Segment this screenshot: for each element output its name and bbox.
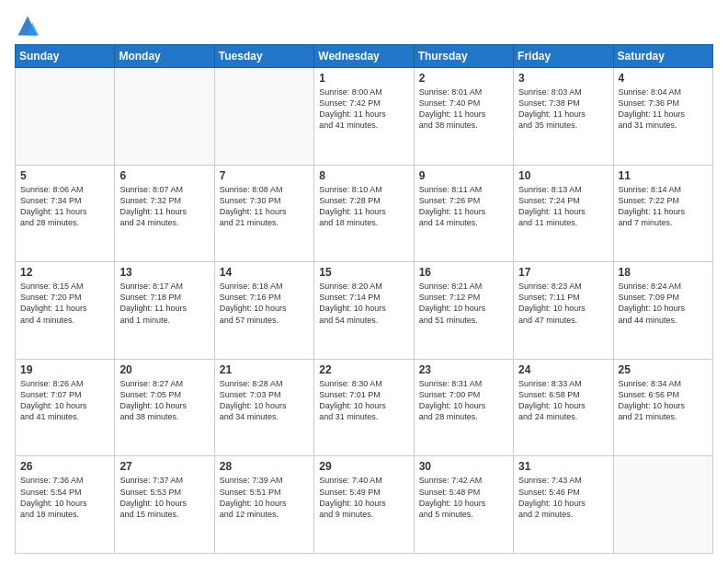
day-number: 15	[319, 266, 408, 279]
weekday-header-monday: Monday	[115, 45, 214, 68]
day-cell: 14Sunrise: 8:18 AM Sunset: 7:16 PM Dayli…	[214, 262, 313, 360]
day-cell	[16, 68, 115, 166]
day-info: Sunrise: 7:40 AM Sunset: 5:49 PM Dayligh…	[319, 475, 408, 520]
day-cell: 13Sunrise: 8:17 AM Sunset: 7:18 PM Dayli…	[115, 262, 214, 360]
day-number: 23	[419, 363, 508, 376]
day-number: 18	[619, 266, 708, 279]
day-number: 1	[319, 72, 408, 85]
day-number: 13	[119, 266, 209, 279]
day-number: 19	[20, 363, 109, 376]
day-number: 27	[119, 460, 209, 473]
day-number: 4	[619, 72, 708, 85]
day-info: Sunrise: 8:24 AM Sunset: 7:09 PM Dayligh…	[619, 281, 708, 326]
day-number: 6	[119, 169, 209, 182]
week-row-3: 19Sunrise: 8:26 AM Sunset: 7:07 PM Dayli…	[16, 359, 713, 456]
day-number: 3	[518, 72, 608, 85]
day-info: Sunrise: 7:39 AM Sunset: 5:51 PM Dayligh…	[220, 475, 309, 520]
day-cell: 16Sunrise: 8:21 AM Sunset: 7:12 PM Dayli…	[414, 262, 513, 360]
day-cell: 4Sunrise: 8:04 AM Sunset: 7:36 PM Daylig…	[613, 68, 712, 166]
day-number: 2	[419, 72, 508, 85]
day-info: Sunrise: 8:26 AM Sunset: 7:07 PM Dayligh…	[20, 378, 109, 423]
day-number: 24	[518, 363, 608, 376]
day-info: Sunrise: 8:06 AM Sunset: 7:34 PM Dayligh…	[20, 184, 109, 229]
day-info: Sunrise: 8:27 AM Sunset: 7:05 PM Dayligh…	[119, 378, 209, 423]
day-cell: 26Sunrise: 7:36 AM Sunset: 5:54 PM Dayli…	[16, 456, 115, 554]
weekday-header-friday: Friday	[514, 45, 613, 68]
week-row-1: 5Sunrise: 8:06 AM Sunset: 7:34 PM Daylig…	[16, 165, 713, 262]
day-cell: 10Sunrise: 8:13 AM Sunset: 7:24 PM Dayli…	[514, 165, 613, 262]
day-cell: 8Sunrise: 8:10 AM Sunset: 7:28 PM Daylig…	[314, 165, 414, 262]
day-cell	[214, 68, 313, 166]
day-cell: 6Sunrise: 8:07 AM Sunset: 7:32 PM Daylig…	[115, 165, 214, 262]
day-number: 25	[619, 363, 708, 376]
day-info: Sunrise: 8:31 AM Sunset: 7:00 PM Dayligh…	[419, 378, 508, 423]
day-cell: 27Sunrise: 7:37 AM Sunset: 5:53 PM Dayli…	[115, 456, 214, 554]
day-cell: 30Sunrise: 7:42 AM Sunset: 5:48 PM Dayli…	[414, 456, 513, 554]
weekday-header-wednesday: Wednesday	[314, 45, 414, 68]
day-cell: 5Sunrise: 8:06 AM Sunset: 7:34 PM Daylig…	[16, 165, 115, 262]
calendar-table: SundayMondayTuesdayWednesdayThursdayFrid…	[15, 44, 713, 554]
day-number: 26	[20, 460, 109, 473]
day-cell: 20Sunrise: 8:27 AM Sunset: 7:05 PM Dayli…	[115, 359, 214, 456]
day-cell: 23Sunrise: 8:31 AM Sunset: 7:00 PM Dayli…	[414, 359, 513, 456]
day-number: 21	[220, 363, 309, 376]
day-info: Sunrise: 8:23 AM Sunset: 7:11 PM Dayligh…	[518, 281, 608, 326]
day-info: Sunrise: 8:17 AM Sunset: 7:18 PM Dayligh…	[119, 281, 209, 326]
logo-icon	[15, 13, 40, 39]
day-number: 17	[518, 266, 608, 279]
day-info: Sunrise: 8:11 AM Sunset: 7:26 PM Dayligh…	[419, 184, 508, 229]
day-number: 11	[619, 169, 708, 182]
day-cell: 1Sunrise: 8:00 AM Sunset: 7:42 PM Daylig…	[314, 68, 414, 166]
day-info: Sunrise: 8:00 AM Sunset: 7:42 PM Dayligh…	[319, 86, 408, 132]
day-cell: 7Sunrise: 8:08 AM Sunset: 7:30 PM Daylig…	[214, 165, 313, 262]
day-cell: 29Sunrise: 7:40 AM Sunset: 5:49 PM Dayli…	[314, 456, 414, 554]
day-cell: 2Sunrise: 8:01 AM Sunset: 7:40 PM Daylig…	[414, 68, 513, 166]
logo	[15, 13, 42, 39]
day-info: Sunrise: 8:18 AM Sunset: 7:16 PM Dayligh…	[220, 281, 309, 326]
week-row-4: 26Sunrise: 7:36 AM Sunset: 5:54 PM Dayli…	[16, 456, 713, 554]
day-number: 5	[20, 169, 109, 182]
day-info: Sunrise: 8:20 AM Sunset: 7:14 PM Dayligh…	[319, 281, 408, 326]
day-info: Sunrise: 7:37 AM Sunset: 5:53 PM Dayligh…	[119, 475, 209, 520]
day-cell: 17Sunrise: 8:23 AM Sunset: 7:11 PM Dayli…	[514, 262, 613, 360]
day-cell: 9Sunrise: 8:11 AM Sunset: 7:26 PM Daylig…	[414, 165, 513, 262]
day-info: Sunrise: 8:21 AM Sunset: 7:12 PM Dayligh…	[419, 281, 508, 326]
day-info: Sunrise: 8:08 AM Sunset: 7:30 PM Dayligh…	[220, 184, 309, 229]
day-cell: 22Sunrise: 8:30 AM Sunset: 7:01 PM Dayli…	[314, 359, 414, 456]
day-number: 16	[419, 266, 508, 279]
day-cell: 25Sunrise: 8:34 AM Sunset: 6:56 PM Dayli…	[613, 359, 712, 456]
day-info: Sunrise: 8:10 AM Sunset: 7:28 PM Dayligh…	[319, 184, 408, 229]
day-number: 31	[518, 460, 608, 473]
day-info: Sunrise: 8:03 AM Sunset: 7:38 PM Dayligh…	[518, 86, 608, 132]
day-info: Sunrise: 8:04 AM Sunset: 7:36 PM Dayligh…	[619, 86, 708, 132]
day-cell: 18Sunrise: 8:24 AM Sunset: 7:09 PM Dayli…	[613, 262, 712, 360]
day-number: 22	[319, 363, 408, 376]
day-number: 20	[119, 363, 209, 376]
day-number: 12	[20, 266, 109, 279]
weekday-header-thursday: Thursday	[414, 45, 513, 68]
day-number: 28	[220, 460, 309, 473]
day-cell: 3Sunrise: 8:03 AM Sunset: 7:38 PM Daylig…	[514, 68, 613, 166]
day-cell: 31Sunrise: 7:43 AM Sunset: 5:46 PM Dayli…	[514, 456, 613, 554]
day-info: Sunrise: 8:14 AM Sunset: 7:22 PM Dayligh…	[619, 184, 708, 229]
day-info: Sunrise: 7:42 AM Sunset: 5:48 PM Dayligh…	[419, 475, 508, 520]
day-cell	[613, 456, 712, 554]
day-cell: 24Sunrise: 8:33 AM Sunset: 6:58 PM Dayli…	[514, 359, 613, 456]
weekday-header-tuesday: Tuesday	[214, 45, 313, 68]
week-row-0: 1Sunrise: 8:00 AM Sunset: 7:42 PM Daylig…	[16, 68, 713, 166]
day-info: Sunrise: 8:33 AM Sunset: 6:58 PM Dayligh…	[518, 378, 608, 423]
day-cell: 19Sunrise: 8:26 AM Sunset: 7:07 PM Dayli…	[16, 359, 115, 456]
day-number: 9	[419, 169, 508, 182]
day-info: Sunrise: 8:34 AM Sunset: 6:56 PM Dayligh…	[619, 378, 708, 423]
day-info: Sunrise: 8:15 AM Sunset: 7:20 PM Dayligh…	[20, 281, 109, 326]
weekday-header-saturday: Saturday	[613, 45, 712, 68]
day-number: 29	[319, 460, 408, 473]
weekday-header-row: SundayMondayTuesdayWednesdayThursdayFrid…	[16, 45, 713, 68]
day-cell: 21Sunrise: 8:28 AM Sunset: 7:03 PM Dayli…	[214, 359, 313, 456]
day-info: Sunrise: 8:01 AM Sunset: 7:40 PM Dayligh…	[419, 86, 508, 132]
day-number: 14	[220, 266, 309, 279]
day-cell: 28Sunrise: 7:39 AM Sunset: 5:51 PM Dayli…	[214, 456, 313, 554]
day-number: 30	[419, 460, 508, 473]
day-number: 8	[319, 169, 408, 182]
week-row-2: 12Sunrise: 8:15 AM Sunset: 7:20 PM Dayli…	[16, 262, 713, 360]
